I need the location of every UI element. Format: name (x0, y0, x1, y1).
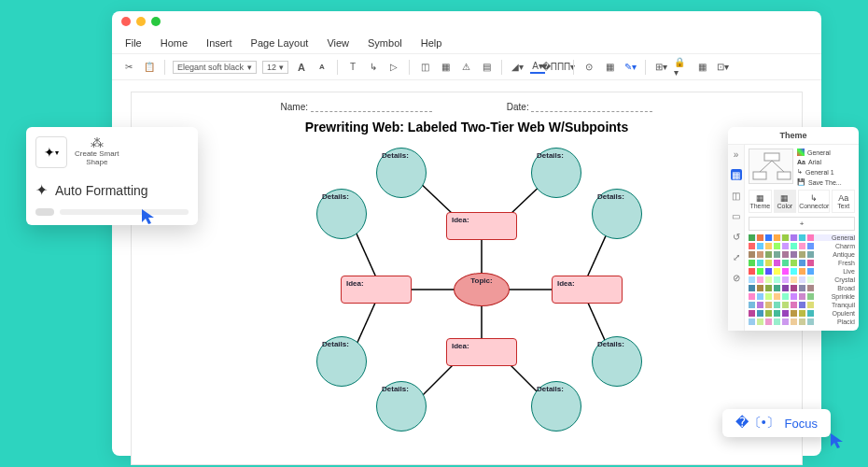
cut-icon[interactable]: ✂ (121, 60, 136, 75)
font-select[interactable]: Elegant soft black▾ (173, 61, 257, 74)
titlebar (112, 11, 821, 32)
paste-icon[interactable]: 📋 (142, 60, 157, 75)
warning-icon[interactable]: ⚠ (458, 60, 473, 75)
details-node[interactable]: Details: (376, 148, 427, 198)
menu-view[interactable]: View (327, 37, 349, 49)
worksheet-title: Prewriting Web: Labeled Two-Tier Web W/S… (132, 116, 802, 142)
topic-node[interactable]: Topic: (454, 273, 510, 306)
menu-help[interactable]: Help (421, 37, 442, 49)
palette-row[interactable]: Live (749, 268, 855, 275)
idea-node-left[interactable]: Idea: (341, 276, 412, 304)
menu-pagelayout[interactable]: Page Layout (251, 37, 309, 49)
tab-connector[interactable]: ↳Connector (798, 190, 830, 213)
name-label: Name: (281, 102, 308, 112)
cursor-icon (829, 432, 847, 450)
palette-row[interactable]: Opulent (749, 310, 855, 317)
auto-format-popup: ✦▾ ⁂ Create SmartShape ✦ Auto Formatting (26, 127, 198, 225)
auto-formatting-button[interactable]: ✦ Auto Formatting (35, 181, 189, 199)
fill-icon[interactable]: ◢▾ (510, 60, 525, 75)
create-smart-shape-button[interactable]: ⁂ Create SmartShape (75, 136, 119, 168)
focus-button[interactable]: �〔•〕 Focus (722, 409, 831, 437)
svg-line-16 (772, 161, 784, 172)
text-icon[interactable]: T (345, 60, 360, 75)
details-node[interactable]: Details: (592, 189, 642, 239)
pointer-icon[interactable]: ▷ (386, 60, 401, 75)
idea-node-top[interactable]: Idea: (446, 212, 517, 240)
add-palette-button[interactable]: + (749, 217, 855, 231)
expand-icon[interactable]: ⤢ (731, 251, 742, 262)
menubar: File Home Insert Page Layout View Symbol… (112, 32, 821, 54)
tab-theme[interactable]: ▦Theme (749, 190, 772, 213)
palette-row[interactable]: Charm (749, 243, 855, 249)
idea-node-right[interactable]: Idea: (552, 276, 623, 304)
svg-line-15 (760, 161, 772, 172)
chart-icon[interactable]: ▤ (479, 60, 494, 75)
theme-icon[interactable]: ▦ (731, 169, 742, 180)
theme-opt-font[interactable]: AaArial (797, 159, 855, 165)
layers-icon[interactable]: ◫ (417, 60, 432, 75)
date-label: Date: (507, 102, 529, 112)
connector-icon[interactable]: ↳ (366, 60, 381, 75)
focus-icon: �〔•〕 (735, 415, 779, 432)
svg-rect-13 (753, 172, 766, 179)
palette-row[interactable]: Fresh (749, 260, 855, 266)
palette-list: GeneralCharmAntiqueFreshLiveCrystalBroad… (749, 234, 855, 325)
palette-row[interactable]: Crystal (749, 276, 855, 283)
palette-row[interactable]: Antique (749, 251, 855, 258)
minimize-dot[interactable] (136, 17, 146, 26)
svg-rect-14 (777, 172, 791, 179)
more-icon[interactable]: ⊡▾ (715, 60, 730, 75)
grid-icon[interactable]: ▦ (602, 60, 617, 75)
menu-symbol[interactable]: Symbol (368, 37, 402, 49)
font-size-down-icon[interactable]: A (315, 60, 329, 75)
details-node[interactable]: Details: (592, 336, 642, 387)
lock-icon[interactable]: 🔒▾ (674, 60, 689, 75)
search-icon[interactable]: ⊙ (581, 60, 596, 75)
palette-row[interactable]: Placid (749, 318, 855, 325)
details-node[interactable]: Details: (376, 381, 427, 432)
page-icon[interactable]: ▭ (731, 210, 742, 221)
theme-opt-gen1[interactable]: ↳General 1 (797, 168, 855, 176)
image-icon[interactable]: ▦ (438, 60, 453, 75)
theme-preview[interactable] (749, 149, 793, 184)
theme-opt-general[interactable]: General (797, 149, 855, 156)
theme-opt-save[interactable]: 💾Save The... (797, 178, 855, 186)
smart-shape-icon: ⁂ (91, 136, 104, 149)
layers-icon[interactable]: ◫ (731, 190, 742, 201)
crop-icon[interactable]: �ППП▾ (551, 60, 566, 75)
worksheet-header: Name: Date: (132, 92, 802, 116)
font-size-up-icon[interactable]: A (294, 60, 309, 75)
collapse-icon[interactable]: » (731, 149, 742, 160)
idea-node-bottom[interactable]: Idea: (446, 338, 517, 366)
palette-row[interactable]: Tranquil (749, 302, 855, 308)
close-dot[interactable] (121, 17, 131, 26)
history-icon[interactable]: ↺ (731, 231, 742, 242)
toolbar: ✂ 📋 Elegant soft black▾ 12▾ A A T ↳ ▷ ◫ … (112, 54, 821, 80)
tab-text[interactable]: AaText (832, 190, 855, 213)
group-icon[interactable]: ⊞▾ (653, 60, 668, 75)
zoom-dot[interactable] (151, 17, 161, 26)
details-node[interactable]: Details: (531, 381, 581, 432)
palette-row[interactable]: Sprinkle (749, 293, 855, 300)
tab-color[interactable]: ▦Color (774, 190, 797, 213)
menu-insert[interactable]: Insert (206, 37, 232, 49)
sparkle-icon[interactable]: ✦▾ (35, 136, 67, 168)
side-strip: » ▦ ◫ ▭ ↺ ⤢ ⊘ (728, 145, 745, 331)
table-icon[interactable]: ▦ (694, 60, 709, 75)
theme-panel-title: Theme (728, 127, 859, 145)
details-node[interactable]: Details: (316, 336, 367, 387)
pen-icon[interactable]: ✎▾ (623, 60, 637, 75)
palette-row[interactable]: Broad (749, 285, 855, 291)
app-window: File Home Insert Page Layout View Symbol… (112, 11, 821, 456)
svg-rect-12 (764, 153, 779, 161)
details-node[interactable]: Details: (316, 189, 367, 239)
canvas[interactable]: Name: Date: Prewriting Web: Labeled Two-… (131, 92, 803, 465)
details-node[interactable]: Details: (531, 148, 581, 198)
menu-home[interactable]: Home (161, 37, 188, 49)
palette-row[interactable]: General (749, 234, 855, 241)
menu-file[interactable]: File (125, 37, 142, 49)
size-select[interactable]: 12▾ (262, 61, 288, 74)
theme-panel: Theme » ▦ ◫ ▭ ↺ ⤢ ⊘ General AaArial ↳Gen… (728, 127, 859, 331)
link-icon[interactable]: ⊘ (731, 272, 742, 283)
auto-format-slider[interactable] (35, 208, 189, 216)
